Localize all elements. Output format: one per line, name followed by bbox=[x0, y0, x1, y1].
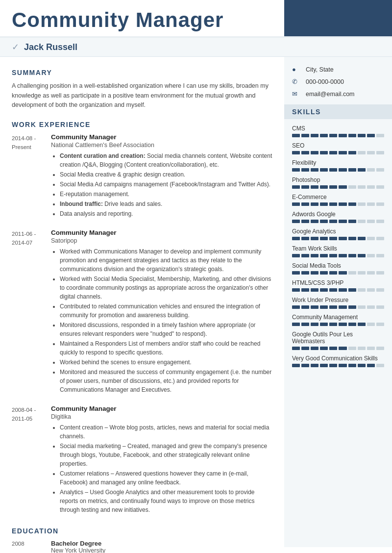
skill-bar bbox=[292, 151, 384, 154]
phone-icon: ✆ bbox=[292, 78, 302, 85]
skill-name: Google Outils Pour Les Webmasters bbox=[292, 331, 384, 345]
skill-segment bbox=[358, 151, 366, 154]
skill-name: Work Under Pressure bbox=[292, 297, 384, 303]
company-name: National Cattlemen's Beef Association bbox=[51, 142, 272, 149]
work-bullet-item: Analytics – Used Google Analytics and ot… bbox=[60, 488, 272, 514]
skill-name: HTML5/CSS 3/PHP bbox=[292, 279, 384, 286]
skill-segment bbox=[311, 323, 318, 326]
job-title: Community Manager bbox=[51, 405, 272, 412]
job-title: Community Manager bbox=[51, 133, 272, 141]
skill-name: Very Good Communication Skills bbox=[292, 355, 384, 362]
email-item: ✉ email@email.com bbox=[292, 90, 384, 98]
skill-segment bbox=[358, 168, 366, 172]
skill-item: Google Outils Pour Les Webmasters bbox=[292, 331, 384, 350]
skill-segment bbox=[292, 151, 300, 154]
skill-segment bbox=[376, 364, 384, 367]
location-text: City, State bbox=[306, 66, 334, 73]
skill-item: SEO bbox=[292, 142, 384, 154]
skill-item: Work Under Pressure bbox=[292, 297, 384, 309]
skill-segment bbox=[358, 254, 366, 257]
skill-segment bbox=[358, 364, 366, 367]
skill-segment bbox=[320, 271, 328, 275]
skill-segment bbox=[339, 237, 346, 240]
skill-segment bbox=[301, 254, 309, 257]
work-entries: 2014-08 - PresentCommunity ManagerNation… bbox=[12, 133, 272, 515]
skill-segment bbox=[329, 254, 337, 257]
skill-segment bbox=[292, 202, 300, 206]
skill-segment bbox=[358, 305, 366, 309]
skill-segment bbox=[348, 220, 356, 223]
skill-segment bbox=[301, 364, 309, 367]
skill-segment bbox=[329, 305, 337, 309]
skill-item: Team Work Skills bbox=[292, 245, 384, 257]
work-content: Community ManagerSatoripopWorked with Co… bbox=[51, 229, 272, 395]
skill-segment bbox=[320, 185, 328, 189]
skill-segment bbox=[367, 220, 375, 223]
skill-segment bbox=[301, 185, 309, 189]
skill-segment bbox=[301, 271, 309, 275]
skill-bar bbox=[292, 254, 384, 257]
skill-item: HTML5/CSS 3/PHP bbox=[292, 279, 384, 292]
skill-segment bbox=[292, 168, 300, 172]
skill-segment bbox=[311, 254, 318, 257]
skill-segment bbox=[367, 151, 375, 154]
skill-segment bbox=[376, 271, 384, 275]
skill-segment bbox=[301, 237, 309, 240]
skill-segment bbox=[311, 347, 318, 350]
person-icon: ✓ bbox=[12, 42, 19, 52]
name-bar: ✓ Jack Russell bbox=[0, 38, 392, 57]
work-bullet-item: Worked with Communications Manager to de… bbox=[60, 247, 272, 274]
work-bullet-item: Contributed to related communication veh… bbox=[60, 302, 272, 320]
skill-segment bbox=[376, 323, 384, 326]
work-bullets: Content curation and creation: Social me… bbox=[51, 151, 272, 218]
skill-segment bbox=[376, 347, 384, 350]
skills-heading: SKILLS bbox=[284, 104, 392, 119]
work-bullet-item: Content creation – Wrote blog posts, art… bbox=[60, 423, 272, 441]
work-bullet-item: Content curation and creation: Social me… bbox=[60, 151, 272, 169]
skill-segment bbox=[320, 168, 328, 172]
skill-segment bbox=[348, 271, 356, 275]
work-bullet-item: Worked behind the scenes to ensure engag… bbox=[60, 358, 272, 367]
skill-segment bbox=[339, 323, 346, 326]
skill-segment bbox=[367, 347, 375, 350]
skill-segment bbox=[320, 305, 328, 309]
skill-segment bbox=[292, 220, 300, 223]
skill-bar bbox=[292, 323, 384, 326]
skill-segment bbox=[329, 220, 337, 223]
skill-segment bbox=[311, 271, 318, 275]
skill-item: Very Good Communication Skills bbox=[292, 355, 384, 367]
skill-segment bbox=[320, 364, 328, 367]
skill-segment bbox=[301, 347, 309, 350]
skill-segment bbox=[358, 288, 366, 292]
work-bullets: Worked with Communications Manager to de… bbox=[51, 247, 272, 394]
skill-segment bbox=[339, 220, 346, 223]
skill-bar bbox=[292, 185, 384, 189]
right-column: ● City, State ✆ 000-000-0000 ✉ email@ema… bbox=[284, 57, 392, 547]
skill-segment bbox=[292, 288, 300, 292]
skill-segment bbox=[329, 364, 337, 367]
skill-segment bbox=[311, 237, 318, 240]
skill-segment bbox=[329, 151, 337, 154]
skill-name: Flexibility bbox=[292, 159, 384, 166]
work-entry: 2011-06 - 2014-07Community ManagerSatori… bbox=[12, 229, 272, 395]
candidate-name: Jack Russell bbox=[24, 42, 77, 52]
skill-segment bbox=[339, 254, 346, 257]
skill-segment bbox=[339, 185, 346, 189]
skill-segment bbox=[329, 202, 337, 206]
skill-name: Community Management bbox=[292, 314, 384, 321]
skill-segment bbox=[367, 364, 375, 367]
skill-item: E-Commerce bbox=[292, 194, 384, 206]
skill-name: Social Media Tools bbox=[292, 262, 384, 269]
header: Community Manager bbox=[0, 0, 392, 38]
skill-segment bbox=[339, 347, 346, 350]
skill-item: Photoshop bbox=[292, 176, 384, 189]
skill-bar bbox=[292, 364, 384, 367]
skill-segment bbox=[329, 347, 337, 350]
company-name: Satoripop bbox=[51, 237, 272, 244]
skill-name: E-Commerce bbox=[292, 194, 384, 201]
education-entries: 2008Bachelor DegreeNew York University bbox=[12, 540, 272, 553]
skill-segment bbox=[367, 202, 375, 206]
skill-segment bbox=[376, 168, 384, 172]
skill-segment bbox=[320, 323, 328, 326]
skill-item: CMS bbox=[292, 125, 384, 137]
